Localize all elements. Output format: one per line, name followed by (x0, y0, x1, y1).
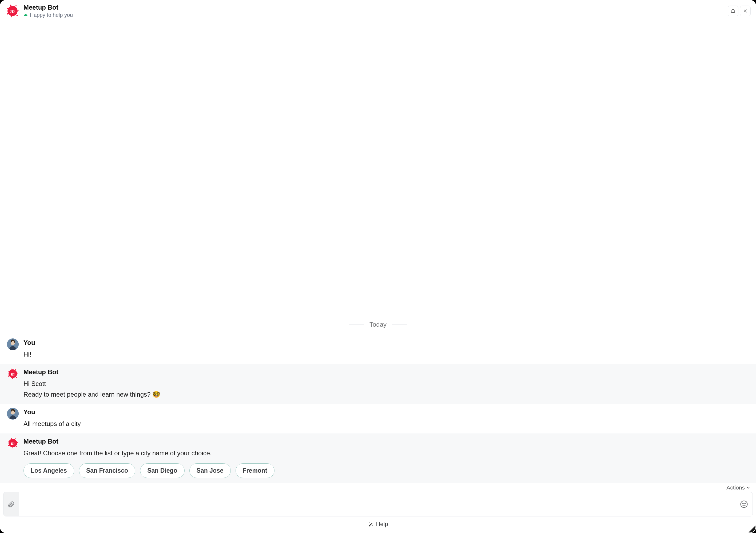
chat-area[interactable]: Today You Hi! m Meetup Bot Hi Scott Read… (0, 22, 756, 483)
message-user: You Hi! (0, 335, 756, 364)
meetup-logo-icon: m (5, 4, 20, 18)
magic-wand-icon (368, 521, 373, 527)
chip-san-jose[interactable]: San Jose (189, 463, 231, 478)
svg-point-5 (16, 15, 18, 16)
svg-point-32 (742, 503, 743, 504)
message-sender: You (23, 408, 749, 416)
emoji-button[interactable] (736, 492, 752, 516)
message-text: All meetups of a city (23, 419, 749, 429)
svg-point-27 (16, 446, 17, 447)
date-separator-label: Today (369, 321, 387, 328)
svg-point-13 (11, 369, 12, 370)
svg-point-2 (10, 5, 11, 6)
bot-avatar: m (7, 368, 19, 379)
chat-header: m Meetup Bot Happy to help you (0, 0, 756, 22)
bot-avatar: m (7, 437, 19, 449)
actions-menu[interactable]: Actions (0, 483, 756, 492)
bell-icon (730, 8, 736, 14)
svg-point-14 (15, 369, 16, 370)
svg-point-18 (8, 376, 9, 377)
date-separator: Today (0, 314, 756, 335)
header-text: Meetup Bot Happy to help you (23, 4, 73, 18)
svg-point-6 (11, 16, 12, 17)
svg-text:m: m (11, 441, 15, 446)
chat-window: m Meetup Bot Happy to help you (0, 0, 756, 533)
quick-reply-chips: Los Angeles San Francisco San Diego San … (23, 463, 749, 478)
message-sender: Meetup Bot (23, 368, 749, 376)
message-sender: You (23, 339, 749, 347)
svg-text:m: m (10, 8, 15, 14)
svg-point-29 (8, 445, 9, 446)
svg-point-25 (15, 438, 16, 439)
message-text: Hi Scott (23, 379, 749, 389)
svg-point-28 (12, 447, 13, 448)
svg-point-34 (369, 522, 369, 523)
notifications-button[interactable] (728, 6, 739, 16)
chip-los-angeles[interactable]: Los Angeles (23, 463, 74, 478)
user-avatar (7, 338, 19, 350)
actions-label: Actions (726, 485, 745, 491)
svg-point-7 (7, 14, 8, 15)
svg-point-12 (8, 371, 9, 372)
bot-title: Meetup Bot (23, 4, 73, 11)
svg-point-31 (741, 501, 747, 508)
svg-point-35 (372, 525, 373, 525)
close-icon (742, 8, 748, 14)
paperclip-icon (8, 500, 15, 508)
svg-point-23 (8, 441, 9, 442)
message-input[interactable] (19, 492, 736, 516)
message-user: You All meetups of a city (0, 404, 756, 434)
smiley-icon (740, 500, 748, 508)
help-label: Help (376, 521, 388, 528)
svg-point-26 (17, 442, 17, 443)
message-bot: m Meetup Bot Great! Choose one from the … (0, 434, 756, 483)
svg-point-16 (16, 377, 17, 378)
svg-point-33 (745, 503, 745, 504)
svg-point-1 (7, 8, 8, 9)
message-bot: m Meetup Bot Hi Scott Ready to meet peop… (0, 364, 756, 404)
composer (3, 492, 753, 517)
close-button[interactable] (740, 6, 751, 16)
attach-button[interactable] (4, 492, 19, 516)
svg-point-3 (15, 5, 16, 6)
svg-text:m: m (11, 371, 15, 377)
message-text: Hi! (23, 350, 749, 359)
svg-point-4 (17, 10, 19, 11)
online-cloud-icon (23, 14, 28, 17)
chip-san-diego[interactable]: San Diego (140, 463, 184, 478)
header-actions (728, 6, 751, 16)
message-sender: Meetup Bot (23, 438, 749, 445)
status-row: Happy to help you (23, 12, 73, 18)
user-avatar (7, 408, 19, 420)
message-text: Ready to meet people and learn new thing… (23, 390, 749, 399)
svg-point-17 (12, 378, 13, 379)
chip-fremont[interactable]: Fremont (235, 463, 275, 478)
help-link[interactable]: Help (0, 517, 756, 533)
chevron-down-icon (746, 486, 750, 490)
svg-point-24 (11, 438, 12, 439)
status-text: Happy to help you (30, 12, 73, 18)
bot-logo: m (5, 4, 20, 18)
chip-san-francisco[interactable]: San Francisco (79, 463, 135, 478)
svg-point-15 (17, 373, 17, 373)
composer-wrap (0, 492, 756, 517)
message-text: Great! Choose one from the list or type … (23, 448, 749, 458)
